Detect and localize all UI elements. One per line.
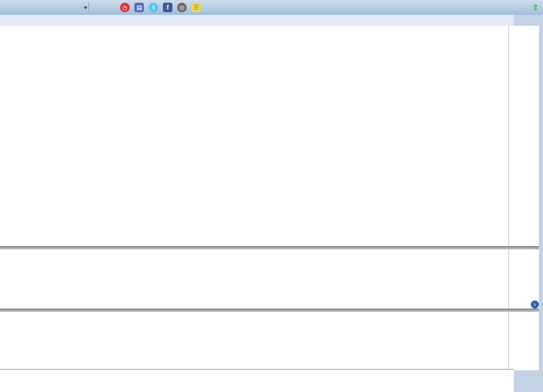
- toolbar: ▼ ◷ ▤ t f ◎ ☰ ⇧: [0, 0, 543, 15]
- date-axis: [0, 369, 514, 392]
- facebook-icon[interactable]: f: [163, 3, 172, 12]
- notes-icon[interactable]: ☰: [191, 3, 201, 12]
- macd-axis: ›: [508, 250, 540, 309]
- charting-app-window: { "toolbar": { "symbol": "TLT", "add_ind…: [0, 0, 543, 392]
- cci-plot[interactable]: [0, 312, 508, 369]
- camera-icon[interactable]: ◎: [177, 3, 187, 12]
- cci-axis: [508, 312, 540, 369]
- scroll-right-button[interactable]: ›: [531, 300, 539, 309]
- toolbar-icons: ◷ ▤ t f ◎ ☰: [120, 3, 201, 12]
- alert-clock-icon[interactable]: ◷: [120, 3, 130, 12]
- up-arrow-icon: ⇧: [532, 3, 539, 12]
- window-edge: [539, 15, 543, 392]
- subtitle-bar: [0, 15, 514, 26]
- price-axis: [508, 26, 540, 246]
- chevron-down-icon: ▼: [83, 5, 88, 11]
- price-change-badge: ⇧: [532, 3, 540, 12]
- macd-plot[interactable]: [0, 250, 508, 309]
- price-chart-plot[interactable]: [0, 26, 508, 246]
- twitter-icon[interactable]: t: [149, 3, 158, 12]
- corner-filler: [514, 370, 539, 392]
- quotes-cube-icon[interactable]: ▤: [134, 3, 144, 12]
- timeframe-dropdown[interactable]: ▼: [23, 5, 88, 11]
